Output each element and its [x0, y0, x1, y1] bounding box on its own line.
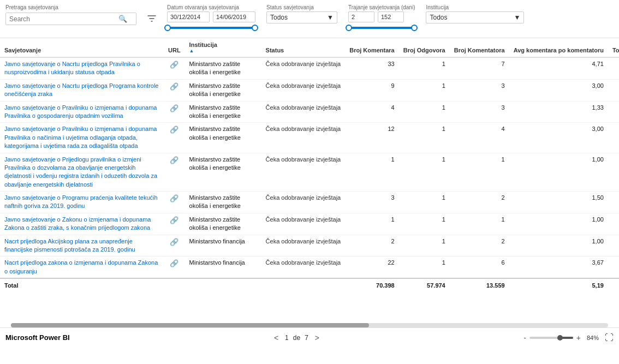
cell-url-3[interactable]: 🔗 [164, 123, 185, 153]
cell-institucija-6: Ministarstvo zaštite okoliša i energetik… [185, 213, 261, 235]
cell-status-2: Čeka odobravanje izvještaja [261, 101, 346, 123]
institution-filter-group: Institucija Todos ▼ [426, 4, 614, 38]
date-from-input[interactable] [167, 11, 210, 22]
status-chevron-icon: ▼ [327, 14, 334, 21]
filter-icon[interactable] [147, 14, 156, 25]
duration-max-input[interactable] [378, 11, 404, 22]
duration-filter-group: Trajanje savjetovanja (dani) [348, 4, 415, 32]
duration-range-thumb-left[interactable] [346, 25, 352, 31]
cell-url-4[interactable]: 🔗 [164, 153, 185, 192]
main-table: Savjetovanje URL Institucija ▲ Status Br… [0, 38, 619, 292]
col-status[interactable]: Status [261, 38, 346, 57]
cell-broj-odgovora-2: 1 [399, 101, 450, 123]
cell-url-6[interactable]: 🔗 [164, 213, 185, 235]
zoom-minus-button[interactable]: - [523, 333, 526, 342]
col-broj-komentara[interactable]: Broj Komentara [345, 38, 399, 57]
duration-range-thumb-right[interactable] [411, 25, 418, 31]
cell-institucija-2: Ministarstvo zaštite okoliša i energetik… [185, 101, 261, 123]
search-box[interactable]: 🔍 [5, 13, 136, 25]
cell-broj-komentatora-6: 1 [450, 213, 509, 235]
pagination: < 1 de 7 > [272, 332, 322, 343]
zoom-plus-button[interactable]: + [576, 333, 581, 342]
total-avg-komentara: 5,19 [509, 278, 608, 292]
cell-savjetovanje-2[interactable]: Javno savjetovanje o Pravilniku o izmjen… [0, 101, 164, 123]
zoom-slider-thumb[interactable] [557, 335, 563, 341]
fullscreen-button[interactable]: ⛶ [605, 333, 614, 343]
col-broj-komentatora[interactable]: Broj Komentatora [450, 38, 509, 57]
date-to-input[interactable] [213, 11, 255, 22]
cell-savjetovanje-8[interactable]: Nacrt prijedloga zakona o izmjenama i do… [0, 256, 164, 278]
cell-total-likes-6: 0 [608, 213, 619, 235]
cell-url-0[interactable]: 🔗 [164, 57, 185, 79]
cell-status-3: Čeka odobravanje izvještaja [261, 123, 346, 153]
total-likes: 160.672 [608, 278, 619, 292]
cell-url-5[interactable]: 🔗 [164, 192, 185, 213]
search-icon: 🔍 [118, 15, 127, 23]
status-value: Todos [270, 14, 288, 21]
search-label: Pretraga savjetovanja [5, 4, 136, 10]
cell-institucija-3: Ministarstvo zaštite okoliša i energetik… [185, 123, 261, 153]
cell-broj-odgovora-3: 1 [399, 123, 450, 153]
col-institucija[interactable]: Institucija ▲ [185, 38, 261, 57]
cell-url-8[interactable]: 🔗 [164, 256, 185, 278]
search-input[interactable] [9, 15, 118, 23]
cell-savjetovanje-6[interactable]: Javno savjetovanje o Zakonu o izmjenama … [0, 213, 164, 235]
col-url[interactable]: URL [164, 38, 185, 57]
status-filter-group: Status savjetovanja Todos ▼ [266, 4, 337, 38]
duration-min-input[interactable] [348, 11, 374, 22]
cell-avg-komentara-1: 3,00 [509, 79, 608, 101]
col-savjetovanje[interactable]: Savjetovanje [0, 38, 164, 57]
next-page-button[interactable]: > [313, 332, 322, 343]
cell-savjetovanje-0[interactable]: Javno savjetovanje o Nacrtu prijedloga P… [0, 57, 164, 79]
cell-broj-odgovora-6: 1 [399, 213, 450, 235]
cell-status-8: Čeka odobravanje izvještaja [261, 256, 346, 278]
cell-broj-komentatora-2: 3 [450, 101, 509, 123]
col-total-likes[interactable]: Total Komentari Likes [608, 38, 619, 57]
status-label: Status savjetovanja [266, 4, 337, 10]
link-icon-3: 🔗 [170, 126, 178, 134]
link-icon-6: 🔗 [170, 216, 178, 224]
date-range-thumb-left[interactable] [164, 25, 171, 31]
cell-broj-komentara-6: 1 [345, 213, 399, 235]
zoom-slider[interactable] [529, 337, 573, 339]
cell-avg-komentara-2: 1,33 [509, 101, 608, 123]
status-select[interactable]: Todos ▼ [266, 11, 337, 23]
cell-total-likes-3: 0 [608, 123, 619, 153]
duration-label: Trajanje savjetovanja (dani) [348, 4, 415, 10]
cell-avg-komentara-0: 4,71 [509, 57, 608, 79]
cell-status-6: Čeka odobravanje izvještaja [261, 213, 346, 235]
total-institucija-empty [185, 278, 261, 292]
total-broj-odgovora: 57.974 [399, 278, 450, 292]
institution-select[interactable]: Todos ▼ [426, 11, 524, 23]
cell-savjetovanje-5[interactable]: Javno savjetovanje o Programu praćenja k… [0, 192, 164, 213]
date-label: Datum otvaranja savjetovanja [167, 4, 255, 10]
link-icon-5: 🔗 [170, 194, 178, 202]
cell-url-2[interactable]: 🔗 [164, 101, 185, 123]
cell-savjetovanje-7[interactable]: Nacrt prijedloga Akcijskog plana za unap… [0, 235, 164, 256]
col-url-label: URL [168, 47, 181, 53]
col-broj-odgovora[interactable]: Broj Odgovora [399, 38, 450, 57]
date-range-thumb-right[interactable] [252, 25, 258, 31]
cell-total-likes-7: 0 [608, 235, 619, 256]
col-broj-komentara-label: Broj Komentara [349, 47, 395, 53]
prev-page-button[interactable]: < [272, 332, 281, 343]
table-row: Javno savjetovanje o Zakonu o izmjenama … [0, 213, 619, 235]
cell-broj-komentara-0: 33 [345, 57, 399, 79]
table-row: Nacrt prijedloga zakona o izmjenama i do… [0, 256, 619, 278]
cell-avg-komentara-7: 1,00 [509, 235, 608, 256]
powerbi-logo[interactable]: Microsoft Power BI [5, 333, 70, 342]
total-broj-komentara: 70.398 [345, 278, 399, 292]
cell-url-7[interactable]: 🔗 [164, 235, 185, 256]
cell-savjetovanje-3[interactable]: Javno savjetovanje o Pravilniku o izmjen… [0, 123, 164, 153]
cell-url-1[interactable]: 🔗 [164, 79, 185, 101]
col-avg-komentara[interactable]: Avg komentara po komentatoru [509, 38, 608, 57]
total-label: Total [0, 278, 164, 292]
cell-savjetovanje-1[interactable]: Javno savjetovanje o Nacrtu prijedloga P… [0, 79, 164, 101]
duration-range-track [348, 27, 414, 29]
institution-value: Todos [430, 14, 447, 21]
cell-savjetovanje-4[interactable]: Javno savjetovanje o Prijedlogu pravilni… [0, 153, 164, 192]
table-scrollbar[interactable] [5, 323, 614, 327]
cell-broj-komentara-5: 3 [345, 192, 399, 213]
cell-broj-komentatora-5: 2 [450, 192, 509, 213]
cell-status-1: Čeka odobravanje izvještaja [261, 79, 346, 101]
